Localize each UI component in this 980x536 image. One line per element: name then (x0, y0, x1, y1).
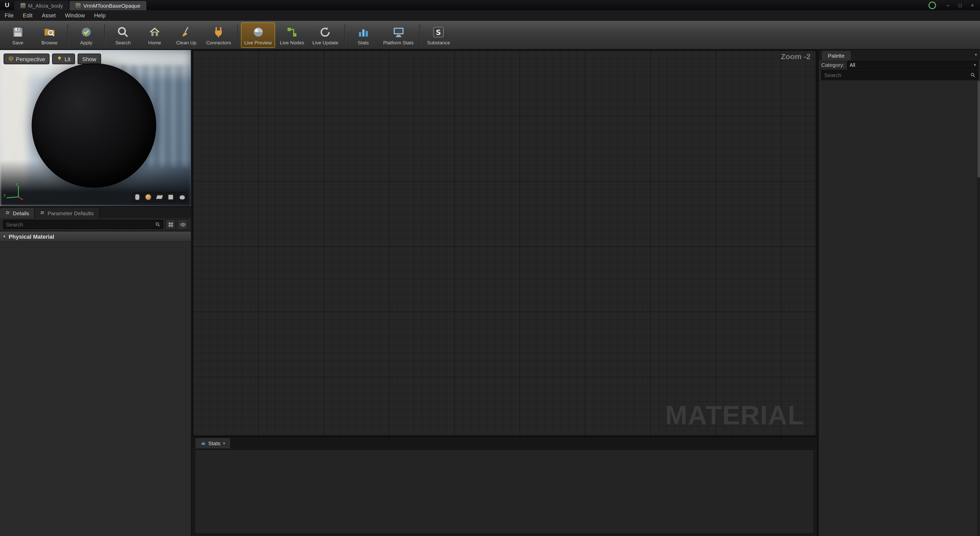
chevron-down-icon[interactable]: ▾ (975, 52, 977, 57)
toolbar-button-apply[interactable]: Apply (71, 22, 102, 48)
scrollbar-thumb[interactable] (977, 81, 980, 178)
apply-icon (80, 25, 93, 39)
preview-mesh-buttons (132, 192, 187, 202)
view-options-button[interactable] (178, 219, 188, 230)
mesh-cube-button[interactable] (166, 192, 176, 202)
unreal-logo-icon: U (0, 0, 14, 10)
menu-window[interactable]: Window (60, 10, 89, 21)
details-search-input[interactable]: Search (3, 220, 163, 229)
toolbar-button-stats[interactable]: Stats (348, 22, 379, 48)
details-body: ▼Physical Material (0, 231, 191, 242)
chevron-down-icon: ▾ (223, 441, 225, 446)
chevron-down-icon: ▾ (974, 62, 976, 67)
maximize-button[interactable]: □ (955, 1, 966, 9)
preview-viewport[interactable]: PerspectiveLitShow z y (0, 50, 191, 206)
category-label: Category: (821, 62, 845, 68)
toolbar-separator (104, 24, 105, 46)
section-title: Physical Material (9, 233, 54, 239)
doc-tab-m-alicia-body[interactable]: M_Alicia_body (14, 1, 70, 10)
toolbar-button-label: Substance (427, 40, 450, 45)
home-icon (148, 25, 162, 39)
titlebar[interactable]: U M_Alicia_bodyVrmMToonBaseOpaque –□× (0, 0, 980, 10)
tab-label: Parameter Defaults (48, 210, 94, 216)
toolbar-button-label: Connectors (206, 40, 231, 45)
palette-tab-label: Palette (828, 52, 845, 59)
viewport-button-label: Lit (65, 56, 70, 62)
toolbar-button-home[interactable]: Home (139, 22, 170, 48)
collapse-arrow-icon: ▼ (3, 235, 6, 238)
toolbar-separator (67, 24, 68, 46)
category-dropdown[interactable]: All ▾ (847, 60, 978, 69)
cleanup-icon (180, 25, 193, 39)
mesh-plane-button[interactable] (155, 192, 164, 202)
section-header-physical-material[interactable]: ▼Physical Material (0, 231, 191, 242)
toolbar-button-label: Apply (80, 40, 92, 45)
search-icon (970, 73, 975, 78)
window-controls: –□× (928, 0, 980, 10)
connectors-icon (212, 25, 226, 39)
tab-details[interactable]: Details (0, 208, 35, 218)
toolbar-button-browse[interactable]: Browse (34, 22, 65, 48)
axis-gizmo: z y (3, 181, 27, 204)
mesh-cylinder-button[interactable] (132, 192, 142, 202)
viewport-button-lit[interactable]: Lit (52, 54, 75, 64)
toolbar-button-live-preview[interactable]: Live Preview (241, 22, 275, 48)
search-placeholder: Search (824, 72, 970, 78)
graph-watermark: MATERIAL (665, 400, 804, 430)
tab-stats[interactable]: Stats ▾ (196, 438, 230, 448)
toolbar-button-label: Platform Stats (383, 40, 414, 45)
toolbar-button-live-nodes[interactable]: Live Nodes (277, 22, 308, 48)
toolbar-button-connectors[interactable]: Connectors (203, 22, 234, 48)
doc-tab-vrmmtoonbaseopaque[interactable]: VrmMToonBaseOpaque (70, 1, 147, 10)
zoom-level-label: Zoom -2 (781, 52, 811, 61)
mesh-sphere-button[interactable] (143, 192, 153, 202)
doc-tab-label: M_Alicia_body (28, 3, 63, 9)
svg-text:y: y (3, 193, 6, 197)
toolbar: SaveBrowseApplySearchHomeClean UpConnect… (0, 21, 980, 50)
menu-help[interactable]: Help (89, 10, 110, 21)
palette-list (819, 79, 977, 536)
toolbar-button-cleanup[interactable]: Clean Up (171, 22, 202, 48)
asset-icon (76, 3, 81, 8)
grid-icon (168, 222, 173, 227)
browse-icon (43, 25, 56, 39)
material-graph-canvas[interactable]: Zoom -2 MATERIAL (192, 50, 816, 436)
preview-sphere (32, 63, 156, 188)
viewport-button-label: Show (82, 56, 96, 62)
toolbar-button-live-update[interactable]: Live Update (309, 22, 342, 48)
center-panel: Zoom -2 MATERIAL Stats ▾ (192, 50, 816, 536)
stats-icon (200, 441, 206, 446)
tab-parameter-defaults[interactable]: Parameter Defaults (35, 208, 99, 218)
palette-panel: Palette ▾ Category: All ▾ Search (818, 50, 980, 536)
details-search-row: Search (0, 218, 191, 231)
menu-asset[interactable]: Asset (37, 10, 60, 21)
palette-category-row: Category: All ▾ (819, 60, 980, 70)
toolbar-button-label: Clean Up (176, 40, 196, 45)
toolbar-button-save[interactable]: Save (3, 22, 33, 48)
toolbar-button-platform-stats[interactable]: Platform Stats (380, 22, 417, 48)
viewport-button-perspective[interactable]: Perspective (3, 54, 50, 64)
mesh-teapot-button[interactable] (177, 192, 187, 202)
toolbar-button-search[interactable]: Search (108, 22, 138, 48)
stats-panel: Stats ▾ (192, 436, 816, 536)
viewport-button-show[interactable]: Show (78, 54, 101, 64)
sliders-icon (5, 210, 10, 216)
minimize-button[interactable]: – (942, 1, 953, 9)
source-control-status-icon[interactable] (928, 1, 936, 9)
live-preview-icon (251, 25, 265, 39)
property-matrix-button[interactable] (165, 219, 176, 230)
tab-palette[interactable]: Palette (822, 51, 851, 60)
platform-stats-icon (391, 25, 405, 39)
palette-search-input[interactable]: Search (821, 70, 978, 79)
toolbar-separator (237, 24, 238, 46)
toolbar-button-substance[interactable]: SSubstance (423, 22, 454, 48)
toolbar-button-label: Browse (41, 40, 57, 45)
menu-edit[interactable]: Edit (18, 10, 37, 21)
palette-tabstrip: Palette ▾ (819, 50, 980, 60)
toolbar-separator (420, 24, 421, 46)
live-nodes-icon (285, 25, 299, 39)
menu-file[interactable]: File (0, 10, 18, 21)
palette-scrollbar[interactable] (977, 79, 980, 536)
menubar: FileEditAssetWindowHelp (0, 10, 980, 21)
close-button[interactable]: × (967, 1, 978, 9)
